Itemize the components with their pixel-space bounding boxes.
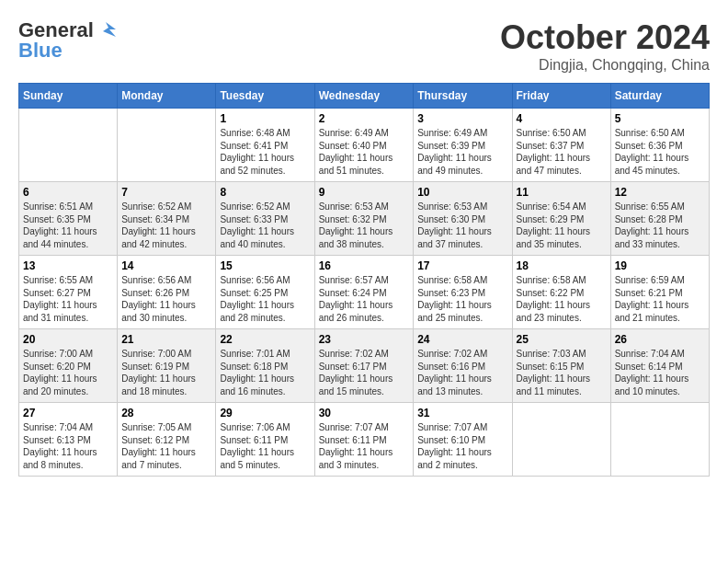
- day-info: Sunrise: 7:04 AM Sunset: 6:14 PM Dayligh…: [615, 348, 705, 397]
- calendar-cell: 18Sunrise: 6:58 AM Sunset: 6:22 PM Dayli…: [512, 256, 610, 329]
- day-number: 15: [220, 259, 310, 272]
- day-info: Sunrise: 6:55 AM Sunset: 6:27 PM Dayligh…: [23, 274, 113, 324]
- day-info: Sunrise: 6:49 AM Sunset: 6:40 PM Dayligh…: [319, 127, 410, 177]
- day-number: 20: [23, 333, 113, 346]
- day-info: Sunrise: 6:52 AM Sunset: 6:33 PM Dayligh…: [220, 201, 310, 250]
- day-info: Sunrise: 7:06 AM Sunset: 6:11 PM Dayligh…: [220, 421, 310, 471]
- day-info: Sunrise: 6:58 AM Sunset: 6:23 PM Dayligh…: [417, 274, 507, 324]
- day-info: Sunrise: 7:01 AM Sunset: 6:18 PM Dayligh…: [220, 348, 310, 397]
- day-header-tuesday: Tuesday: [216, 84, 314, 109]
- day-info: Sunrise: 6:57 AM Sunset: 6:24 PM Dayligh…: [319, 274, 410, 324]
- day-info: Sunrise: 6:51 AM Sunset: 6:35 PM Dayligh…: [23, 201, 113, 250]
- calendar-cell: 24Sunrise: 7:02 AM Sunset: 6:16 PM Dayli…: [414, 329, 512, 403]
- calendar-cell: 10Sunrise: 6:53 AM Sunset: 6:30 PM Dayli…: [414, 182, 512, 256]
- calendar-cell: 22Sunrise: 7:01 AM Sunset: 6:18 PM Dayli…: [216, 329, 314, 403]
- day-info: Sunrise: 6:54 AM Sunset: 6:29 PM Dayligh…: [517, 201, 607, 250]
- day-number: 2: [319, 112, 410, 125]
- day-info: Sunrise: 7:03 AM Sunset: 6:15 PM Dayligh…: [517, 348, 607, 397]
- day-number: 28: [121, 407, 211, 419]
- day-header-sunday: Sunday: [19, 84, 118, 109]
- day-info: Sunrise: 7:07 AM Sunset: 6:10 PM Dayligh…: [417, 421, 507, 471]
- day-number: 18: [517, 259, 607, 272]
- day-header-wednesday: Wednesday: [314, 84, 414, 109]
- day-info: Sunrise: 7:00 AM Sunset: 6:20 PM Dayligh…: [23, 348, 113, 397]
- calendar-cell: 15Sunrise: 6:56 AM Sunset: 6:25 PM Dayli…: [216, 256, 314, 329]
- day-info: Sunrise: 6:56 AM Sunset: 6:26 PM Dayligh…: [121, 274, 211, 324]
- day-number: 27: [23, 407, 113, 419]
- day-info: Sunrise: 6:55 AM Sunset: 6:28 PM Dayligh…: [615, 201, 705, 250]
- calendar-cell: [118, 109, 216, 182]
- day-number: 23: [319, 333, 410, 346]
- day-info: Sunrise: 6:49 AM Sunset: 6:39 PM Dayligh…: [417, 127, 507, 177]
- day-info: Sunrise: 6:58 AM Sunset: 6:22 PM Dayligh…: [517, 274, 607, 324]
- calendar-cell: 20Sunrise: 7:00 AM Sunset: 6:20 PM Dayli…: [19, 329, 118, 403]
- day-info: Sunrise: 6:50 AM Sunset: 6:37 PM Dayligh…: [517, 127, 607, 177]
- calendar-cell: 29Sunrise: 7:06 AM Sunset: 6:11 PM Dayli…: [216, 403, 314, 477]
- logo-bird-icon: [96, 20, 116, 40]
- day-info: Sunrise: 7:02 AM Sunset: 6:16 PM Dayligh…: [417, 348, 507, 397]
- calendar-cell: 31Sunrise: 7:07 AM Sunset: 6:10 PM Dayli…: [414, 403, 512, 477]
- calendar-cell: 16Sunrise: 6:57 AM Sunset: 6:24 PM Dayli…: [314, 256, 414, 329]
- calendar-cell: 26Sunrise: 7:04 AM Sunset: 6:14 PM Dayli…: [610, 329, 709, 403]
- day-number: 21: [121, 333, 211, 346]
- day-header-saturday: Saturday: [610, 84, 709, 109]
- calendar-cell: 23Sunrise: 7:02 AM Sunset: 6:17 PM Dayli…: [314, 329, 414, 403]
- logo-blue-text: Blue: [18, 39, 63, 63]
- day-header-friday: Friday: [512, 84, 610, 109]
- calendar-cell: 9Sunrise: 6:53 AM Sunset: 6:32 PM Daylig…: [314, 182, 414, 256]
- calendar-cell: 6Sunrise: 6:51 AM Sunset: 6:35 PM Daylig…: [19, 182, 118, 256]
- day-info: Sunrise: 6:53 AM Sunset: 6:30 PM Dayligh…: [417, 201, 507, 250]
- day-number: 9: [319, 186, 410, 199]
- day-number: 25: [517, 333, 607, 346]
- calendar-cell: 21Sunrise: 7:00 AM Sunset: 6:19 PM Dayli…: [118, 329, 216, 403]
- calendar-cell: 14Sunrise: 6:56 AM Sunset: 6:26 PM Dayli…: [118, 256, 216, 329]
- day-number: 6: [23, 186, 113, 199]
- month-year-title: October 2024: [500, 18, 710, 57]
- calendar-cell: 1Sunrise: 6:48 AM Sunset: 6:41 PM Daylig…: [216, 109, 314, 182]
- day-number: 17: [417, 259, 507, 272]
- calendar-cell: [512, 403, 610, 477]
- calendar-cell: 30Sunrise: 7:07 AM Sunset: 6:11 PM Dayli…: [314, 403, 414, 477]
- calendar-cell: [610, 403, 709, 477]
- day-number: 13: [23, 259, 113, 272]
- day-number: 19: [615, 259, 705, 272]
- calendar-cell: 17Sunrise: 6:58 AM Sunset: 6:23 PM Dayli…: [414, 256, 512, 329]
- day-number: 8: [220, 186, 310, 199]
- day-header-monday: Monday: [118, 84, 216, 109]
- day-number: 5: [615, 112, 705, 125]
- calendar-cell: 8Sunrise: 6:52 AM Sunset: 6:33 PM Daylig…: [216, 182, 314, 256]
- calendar-cell: 12Sunrise: 6:55 AM Sunset: 6:28 PM Dayli…: [610, 182, 709, 256]
- calendar-week-4: 20Sunrise: 7:00 AM Sunset: 6:20 PM Dayli…: [19, 329, 710, 403]
- calendar-cell: 28Sunrise: 7:05 AM Sunset: 6:12 PM Dayli…: [118, 403, 216, 477]
- day-header-thursday: Thursday: [414, 84, 512, 109]
- day-number: 12: [615, 186, 705, 199]
- calendar-week-1: 1Sunrise: 6:48 AM Sunset: 6:41 PM Daylig…: [19, 109, 710, 182]
- calendar-cell: 7Sunrise: 6:52 AM Sunset: 6:34 PM Daylig…: [118, 182, 216, 256]
- day-info: Sunrise: 7:05 AM Sunset: 6:12 PM Dayligh…: [121, 421, 211, 471]
- day-number: 3: [417, 112, 507, 125]
- day-info: Sunrise: 7:07 AM Sunset: 6:11 PM Dayligh…: [319, 421, 410, 471]
- day-info: Sunrise: 6:50 AM Sunset: 6:36 PM Dayligh…: [615, 127, 705, 177]
- day-number: 1: [220, 112, 310, 125]
- calendar-cell: 25Sunrise: 7:03 AM Sunset: 6:15 PM Dayli…: [512, 329, 610, 403]
- calendar-week-5: 27Sunrise: 7:04 AM Sunset: 6:13 PM Dayli…: [19, 403, 710, 477]
- day-number: 16: [319, 259, 410, 272]
- calendar-table: SundayMondayTuesdayWednesdayThursdayFrid…: [18, 83, 710, 477]
- logo: General Blue: [18, 18, 116, 63]
- calendar-cell: [19, 109, 118, 182]
- day-info: Sunrise: 7:04 AM Sunset: 6:13 PM Dayligh…: [23, 421, 113, 471]
- day-number: 22: [220, 333, 310, 346]
- header: General Blue October 2024 Dingjia, Chong…: [18, 18, 710, 74]
- day-number: 10: [417, 186, 507, 199]
- day-info: Sunrise: 6:52 AM Sunset: 6:34 PM Dayligh…: [121, 201, 211, 250]
- day-number: 29: [220, 407, 310, 419]
- calendar-cell: 11Sunrise: 6:54 AM Sunset: 6:29 PM Dayli…: [512, 182, 610, 256]
- calendar-cell: 3Sunrise: 6:49 AM Sunset: 6:39 PM Daylig…: [414, 109, 512, 182]
- day-number: 26: [615, 333, 705, 346]
- day-info: Sunrise: 6:48 AM Sunset: 6:41 PM Dayligh…: [220, 127, 310, 177]
- day-number: 31: [417, 407, 507, 419]
- calendar-cell: 2Sunrise: 6:49 AM Sunset: 6:40 PM Daylig…: [314, 109, 414, 182]
- location-subtitle: Dingjia, Chongqing, China: [500, 57, 710, 74]
- title-section: October 2024 Dingjia, Chongqing, China: [500, 18, 710, 74]
- day-number: 14: [121, 259, 211, 272]
